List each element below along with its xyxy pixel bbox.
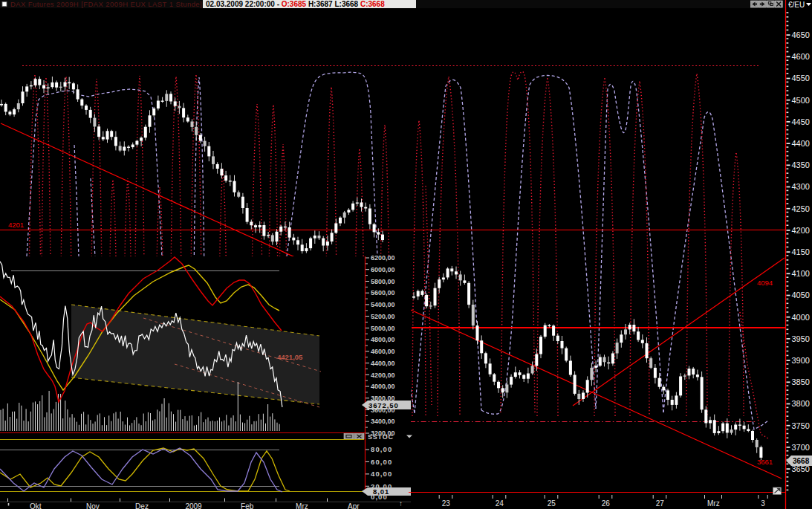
svg-text:4550: 4550 bbox=[792, 74, 810, 82]
svg-text:0,00: 0,00 bbox=[371, 493, 388, 501]
svg-text:80,00: 80,00 bbox=[371, 445, 392, 453]
svg-text:4201: 4201 bbox=[8, 221, 24, 229]
svg-text:4600: 4600 bbox=[792, 52, 810, 61]
svg-text:6000,00: 6000,00 bbox=[371, 266, 395, 273]
svg-text:SSTOC: SSTOC bbox=[368, 433, 394, 441]
svg-text:Dez: Dez bbox=[135, 502, 149, 509]
svg-text:5400,00: 5400,00 bbox=[371, 301, 395, 308]
svg-text:02.03.2009 22:00:00 - O:3685 H: 02.03.2009 22:00:00 - O:3685 H:3687 L:36… bbox=[206, 0, 385, 8]
svg-text:5200,00: 5200,00 bbox=[371, 313, 395, 320]
svg-text:3900: 3900 bbox=[792, 356, 810, 365]
svg-text:6200,00: 6200,00 bbox=[371, 254, 395, 262]
svg-text:4200: 4200 bbox=[792, 226, 810, 235]
svg-text:Apr: Apr bbox=[348, 502, 360, 509]
svg-text:5800,00: 5800,00 bbox=[371, 278, 395, 285]
svg-text:4100: 4100 bbox=[792, 269, 810, 278]
svg-text:4000: 4000 bbox=[792, 313, 810, 322]
svg-text:4250: 4250 bbox=[792, 204, 810, 213]
svg-text:3850: 3850 bbox=[792, 377, 810, 386]
svg-text:Nov: Nov bbox=[86, 502, 100, 509]
svg-text:4650: 4650 bbox=[792, 30, 810, 39]
svg-text:3750: 3750 bbox=[792, 421, 810, 430]
svg-text:€/EU: €/EU bbox=[788, 1, 805, 9]
svg-text:4500: 4500 bbox=[792, 96, 810, 105]
svg-text:Mrz: Mrz bbox=[707, 499, 720, 508]
svg-text:4421,05: 4421,05 bbox=[277, 353, 303, 361]
svg-text:DAX Futures 2009H [FDAX 2009H: DAX Futures 2009H [FDAX 2009H EUX LAST 1… bbox=[10, 0, 202, 8]
svg-text:3672,50: 3672,50 bbox=[368, 401, 399, 409]
svg-text:4600,00: 4600,00 bbox=[371, 348, 395, 355]
svg-text:5000,00: 5000,00 bbox=[371, 325, 395, 332]
svg-text:4050: 4050 bbox=[792, 291, 810, 299]
svg-text:24: 24 bbox=[496, 499, 504, 508]
svg-text:4000,00: 4000,00 bbox=[371, 383, 395, 390]
svg-text:27: 27 bbox=[656, 499, 665, 508]
svg-text:3: 3 bbox=[761, 499, 765, 508]
svg-text:↑: ↑ bbox=[399, 499, 403, 508]
svg-text:4300: 4300 bbox=[792, 182, 810, 191]
svg-text:2009: 2009 bbox=[185, 502, 202, 509]
svg-text:23: 23 bbox=[442, 499, 451, 508]
svg-text:26: 26 bbox=[602, 499, 611, 508]
svg-text:4200,00: 4200,00 bbox=[371, 372, 395, 379]
svg-text:3668: 3668 bbox=[793, 457, 810, 465]
svg-text:Feb: Feb bbox=[241, 502, 254, 509]
svg-text:4150: 4150 bbox=[792, 247, 810, 256]
svg-text:4800,00: 4800,00 bbox=[371, 336, 395, 343]
svg-text:40,00: 40,00 bbox=[371, 470, 392, 478]
svg-text:3400,00: 3400,00 bbox=[371, 418, 395, 425]
svg-text:4400,00: 4400,00 bbox=[371, 360, 395, 367]
svg-text:3700: 3700 bbox=[792, 443, 810, 452]
svg-text:25: 25 bbox=[548, 499, 556, 508]
svg-text:Mrz: Mrz bbox=[296, 502, 308, 509]
svg-text:4094: 4094 bbox=[757, 279, 773, 287]
svg-text:3800: 3800 bbox=[792, 399, 810, 408]
svg-text:Okt: Okt bbox=[30, 502, 42, 509]
svg-text:4350: 4350 bbox=[792, 161, 810, 169]
svg-text:60,00: 60,00 bbox=[371, 458, 392, 466]
svg-text:3661: 3661 bbox=[757, 458, 773, 466]
svg-text:4400: 4400 bbox=[792, 139, 810, 148]
svg-text:3950: 3950 bbox=[792, 334, 810, 343]
svg-text:4450: 4450 bbox=[792, 117, 810, 126]
svg-text:5600,00: 5600,00 bbox=[371, 289, 395, 296]
